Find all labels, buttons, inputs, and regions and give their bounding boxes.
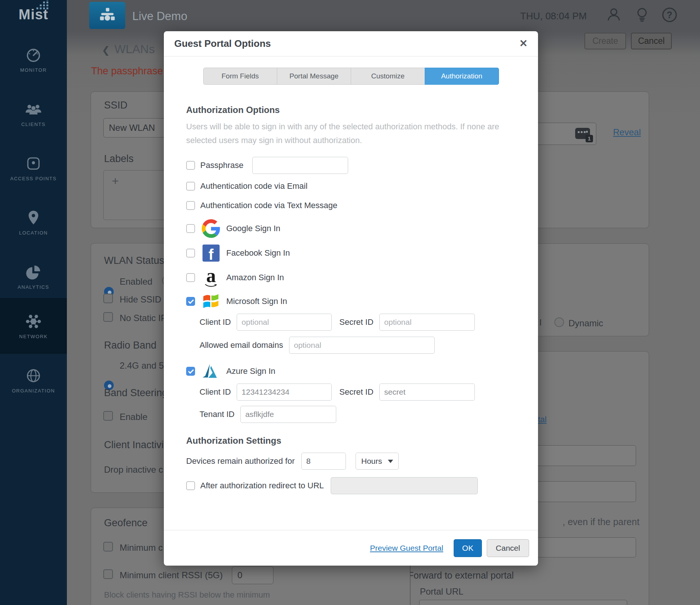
sidebar-item-network[interactable]: NETWORK bbox=[0, 298, 67, 354]
ssid-label: SSID bbox=[104, 100, 127, 111]
client-inactivity-heading: Client Inactivity bbox=[104, 439, 172, 451]
back-chevron-icon[interactable]: ❮ bbox=[102, 45, 110, 56]
sidebar: Mist MONITOR bbox=[0, 0, 67, 605]
azure-secret-id-label: Secret ID bbox=[339, 387, 373, 397]
ms-domains-input[interactable] bbox=[289, 337, 435, 354]
azure-tenant-id-input[interactable] bbox=[240, 406, 336, 423]
page-title: Live Demo bbox=[132, 10, 187, 23]
passphrase-warning: The passphrase bbox=[91, 65, 163, 77]
clock: THU, 08:04 PM bbox=[520, 10, 587, 22]
min-rssi-5g-label: Minimum client RSSI (5G) bbox=[120, 570, 223, 580]
close-icon[interactable]: ✕ bbox=[519, 39, 528, 49]
link-fragment[interactable]: tal bbox=[538, 415, 547, 424]
passphrase-input[interactable] bbox=[252, 157, 348, 174]
hide-ssid-checkbox[interactable] bbox=[103, 294, 113, 303]
password-keyboard-icon[interactable]: 1 bbox=[575, 128, 590, 139]
modal-cancel-button[interactable]: Cancel bbox=[487, 539, 529, 557]
no-static-checkbox[interactable] bbox=[103, 312, 113, 322]
sidebar-item-organization[interactable]: ORGANIZATION bbox=[0, 352, 67, 408]
min-rssi-5g-input[interactable]: 0 bbox=[232, 566, 273, 584]
sidebar-item-access-points[interactable]: ACCESS POINTS bbox=[0, 140, 67, 196]
ms-secret-id-input[interactable] bbox=[379, 314, 475, 331]
authorization-options-heading: Authorization Options bbox=[186, 105, 516, 115]
redirect-label: After authorization redirect to URL bbox=[200, 481, 324, 491]
tab-customize[interactable]: Customize bbox=[351, 68, 425, 85]
add-label-button[interactable]: + bbox=[112, 174, 119, 188]
user-icon[interactable] bbox=[605, 6, 623, 24]
azure-checkbox[interactable] bbox=[186, 367, 195, 376]
text-code-label: Authentication code via Text Message bbox=[200, 201, 337, 210]
network-icon bbox=[25, 313, 42, 330]
hide-ssid-label: Hide SSID bbox=[120, 294, 161, 305]
passphrase-label: Passphrase bbox=[200, 161, 243, 170]
microsoft-icon bbox=[201, 291, 221, 311]
min-rssi-24-checkbox[interactable] bbox=[103, 542, 113, 551]
amazon-icon: a bbox=[201, 268, 221, 288]
min-rssi-5g-checkbox[interactable] bbox=[103, 569, 113, 579]
globe-icon bbox=[25, 367, 42, 385]
facebook-label: Facebook Sign In bbox=[226, 248, 290, 258]
sidebar-item-location[interactable]: LOCATION bbox=[0, 194, 67, 250]
band-steering-checkbox[interactable] bbox=[103, 411, 113, 421]
authorization-options-description: Users will be able to sign in with any o… bbox=[186, 120, 503, 147]
microsoft-label: Microsoft Sign In bbox=[226, 297, 287, 306]
wlan-template-tile[interactable] bbox=[89, 2, 125, 29]
labels-label: Labels bbox=[104, 153, 134, 165]
google-label: Google Sign In bbox=[226, 224, 281, 233]
text-fragment: l bbox=[539, 317, 541, 328]
azure-label: Azure Sign In bbox=[226, 366, 275, 376]
microsoft-checkbox[interactable] bbox=[186, 297, 195, 306]
azure-icon bbox=[201, 361, 221, 381]
people-icon bbox=[25, 100, 42, 118]
google-checkbox[interactable] bbox=[186, 224, 195, 233]
modal-title: Guest Portal Options bbox=[174, 38, 519, 49]
network-tile-icon bbox=[98, 7, 117, 24]
dynamic-label: Dynamic bbox=[568, 318, 603, 329]
facebook-checkbox[interactable] bbox=[186, 249, 195, 258]
redirect-checkbox[interactable] bbox=[186, 481, 195, 490]
portal-url-input[interactable] bbox=[419, 600, 627, 605]
chevron-down-icon bbox=[388, 460, 393, 463]
client-inactivity-text: Drop inactive c bbox=[104, 465, 163, 475]
ok-button[interactable]: OK bbox=[454, 539, 482, 557]
email-code-checkbox[interactable] bbox=[186, 182, 195, 191]
tab-portal-message[interactable]: Portal Message bbox=[277, 68, 351, 85]
devices-authorized-input[interactable] bbox=[301, 453, 346, 470]
breadcrumb[interactable]: WLANs bbox=[114, 42, 155, 56]
devices-authorized-label: Devices remain authorized for bbox=[186, 456, 295, 466]
redirect-url-input[interactable] bbox=[331, 477, 478, 494]
amazon-checkbox[interactable] bbox=[186, 273, 195, 282]
cancel-page-button[interactable]: Cancel bbox=[631, 33, 672, 49]
preview-guest-portal-link[interactable]: Preview Guest Portal bbox=[370, 544, 443, 553]
svg-text:?: ? bbox=[667, 10, 672, 20]
create-button[interactable]: Create bbox=[584, 33, 626, 49]
tab-authorization[interactable]: Authorization bbox=[425, 68, 499, 85]
sidebar-item-monitor[interactable]: MONITOR bbox=[0, 32, 67, 87]
ms-client-id-input[interactable] bbox=[237, 314, 332, 331]
help-icon[interactable]: ? bbox=[661, 6, 678, 24]
duration-unit-select[interactable]: Hours bbox=[356, 453, 399, 470]
gauge-icon bbox=[25, 46, 42, 64]
wlan-status-heading: WLAN Status bbox=[104, 255, 164, 266]
passphrase-checkbox[interactable] bbox=[186, 161, 195, 170]
ms-domains-label: Allowed email domains bbox=[200, 340, 283, 350]
lightbulb-icon[interactable] bbox=[633, 6, 651, 24]
reveal-link[interactable]: Reveal bbox=[613, 127, 641, 138]
forward-external-label: Forward to external portal bbox=[408, 570, 514, 581]
amazon-label: Amazon Sign In bbox=[226, 273, 284, 282]
text-code-checkbox[interactable] bbox=[186, 201, 195, 210]
ms-secret-id-label: Secret ID bbox=[339, 317, 373, 327]
ms-client-id-label: Client ID bbox=[200, 317, 231, 327]
access-point-icon bbox=[25, 155, 42, 172]
azure-secret-id-input[interactable] bbox=[379, 384, 475, 401]
mist-logo-dots bbox=[36, 0, 51, 13]
band-steering-label: Enable bbox=[120, 412, 148, 422]
tab-form-fields[interactable]: Form Fields bbox=[203, 68, 278, 85]
sidebar-item-clients[interactable]: CLIENTS bbox=[0, 86, 67, 142]
sidebar-item-analytics[interactable]: ANALYTICS bbox=[0, 249, 67, 304]
azure-tenant-id-label: Tenant ID bbox=[200, 410, 234, 419]
azure-client-id-input[interactable] bbox=[237, 384, 332, 401]
even-if-parent-text: , even if the parent bbox=[563, 517, 639, 527]
band-steering-heading: Band Steering bbox=[104, 387, 168, 399]
dynamic-radio[interactable] bbox=[554, 317, 564, 327]
